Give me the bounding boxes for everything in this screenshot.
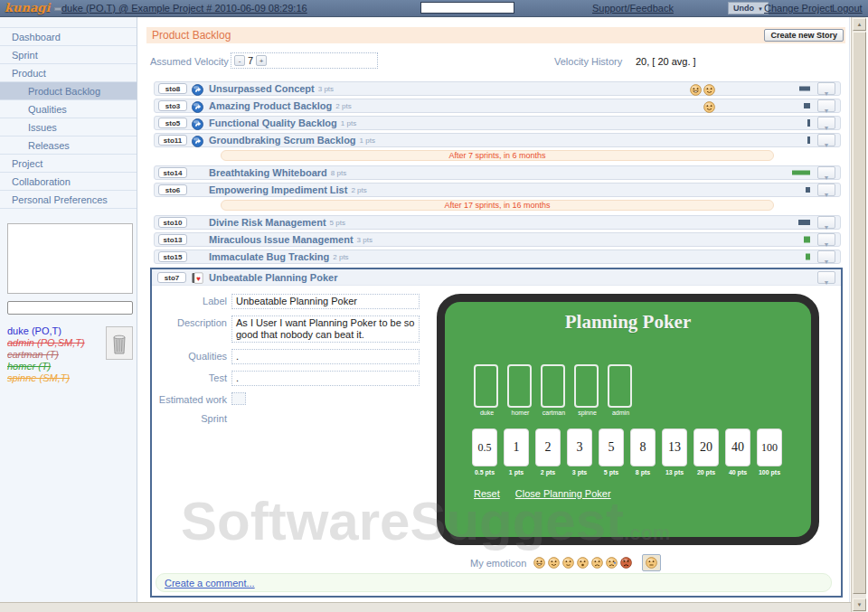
user-list-item[interactable]: homer (T)	[7, 361, 85, 372]
poker-card-13[interactable]: 13	[662, 428, 687, 466]
sidebar-item-issues[interactable]: Issues	[0, 118, 137, 137]
poker-player-card-cartman[interactable]	[541, 364, 565, 408]
emoticon-option-smile[interactable]	[548, 557, 560, 569]
support-feedback-link[interactable]: Support/Feedback	[592, 3, 674, 14]
emoticon-grin	[690, 83, 702, 95]
sidebar-search-input[interactable]	[7, 301, 133, 315]
field-description[interactable]: As I User I want Planning Poker to be so…	[231, 315, 420, 343]
story-dropdown-button[interactable]	[817, 184, 835, 196]
poker-card-100[interactable]: 100	[757, 428, 782, 466]
story-row-sto15[interactable]: sto15 Immaculate Bug Tracking 2 pts	[154, 250, 841, 264]
poker-player-name: homer	[507, 410, 533, 416]
sidebar-item-product-backlog[interactable]: Product Backlog	[0, 82, 137, 100]
story-dropdown-button[interactable]	[817, 216, 835, 229]
poker-player-card-admin[interactable]	[608, 364, 632, 408]
user-list-item[interactable]: cartman (T)	[7, 349, 85, 361]
poker-card-0-5[interactable]: 0.5	[472, 428, 497, 466]
user-list-item[interactable]: duke (PO,T)	[7, 325, 85, 337]
sidebar-item-personal-preferences[interactable]: Personal Preferences	[0, 191, 137, 209]
emoticon-option-sad[interactable]	[591, 557, 603, 569]
story-dropdown-button[interactable]	[817, 250, 835, 263]
story-dropdown-button[interactable]	[817, 117, 835, 129]
assumed-velocity-field[interactable]: - 7 +	[231, 52, 378, 69]
poker-card-points: 1 pts	[504, 469, 529, 475]
scroll-up-button[interactable]: ▲	[853, 18, 866, 31]
field-test[interactable]: .	[231, 371, 420, 386]
emoticon-option-surprised[interactable]	[577, 557, 589, 569]
poker-card-points: 13 pts	[662, 469, 687, 475]
sidebar-item-project[interactable]: Project	[0, 155, 137, 173]
poker-player-card-homer[interactable]	[507, 364, 532, 408]
poker-close-link[interactable]: Close Planning Poker	[515, 488, 611, 499]
emoticon-option-cry[interactable]	[606, 557, 618, 569]
field-estimated-work[interactable]	[231, 392, 246, 405]
sidebar-item-sprint[interactable]: Sprint	[0, 46, 137, 64]
story-row-sto11[interactable]: sto11 Groundbraking Scrum Backlog 1 pts	[154, 133, 841, 147]
poker-player-card-duke[interactable]	[474, 364, 498, 408]
story-row-sto6[interactable]: sto6 Empowering Impediment List 2 pts	[154, 183, 841, 197]
poker-card-8[interactable]: 8	[630, 428, 656, 466]
trash-button[interactable]	[106, 326, 133, 360]
poker-card-40[interactable]: 40	[725, 428, 750, 466]
story-dropdown-button[interactable]	[817, 233, 835, 246]
story-row-sto8[interactable]: sto8 Unsurpassed Concept 3 pts	[154, 81, 841, 96]
story-effort-bar	[807, 119, 810, 127]
velocity-decrease-button[interactable]: -	[234, 55, 245, 66]
user-list-item[interactable]: spinne (SM,T)	[7, 372, 85, 384]
story-row-sto14[interactable]: sto14 Breathtaking Whiteboard 8 pts	[154, 165, 841, 180]
sidebar-item-collaboration[interactable]: Collaboration	[0, 173, 137, 191]
emoticon-option-grin[interactable]	[533, 557, 545, 569]
poker-player-slot: spinne	[574, 364, 600, 416]
story-dropdown-button[interactable]	[817, 82, 835, 95]
project-context-link[interactable]: duke (PO,T) @ Example Project # 2010-06-…	[61, 3, 307, 14]
poker-player-name: cartman	[541, 410, 567, 416]
story-row-sto10[interactable]: sto10 Divine Risk Management 5 pts	[154, 215, 841, 230]
field-label[interactable]: Unbeatable Planning Poker	[231, 294, 420, 309]
change-project-link[interactable]: Change Project	[764, 3, 833, 14]
sidebar-item-dashboard[interactable]: Dashboard	[0, 28, 137, 46]
create-comment-link[interactable]: Create a comment...	[165, 578, 255, 588]
story-title: Functional Quality Backlog	[209, 118, 337, 128]
velocity-history-label: Velocity History	[554, 56, 622, 67]
field-qualities[interactable]: .	[231, 349, 420, 364]
undo-button[interactable]: Undo	[728, 2, 769, 14]
poker-reset-link[interactable]: Reset	[474, 488, 500, 499]
story-id-badge: sto5	[158, 118, 187, 128]
story-detail-dropdown-button[interactable]	[817, 271, 835, 284]
create-new-story-button[interactable]: Create new Story	[764, 29, 844, 42]
scrollbar-thumb[interactable]	[853, 32, 866, 594]
emoticon-option-devil[interactable]	[620, 557, 632, 569]
scroll-down-button[interactable]: ▼	[853, 598, 866, 611]
form-row: Qualities .	[152, 349, 432, 364]
selected-emoticon-button[interactable]	[642, 554, 661, 571]
story-dropdown-button[interactable]	[817, 134, 835, 146]
poker-value-slot: 5 5 pts	[599, 428, 624, 475]
sidebar-item-releases[interactable]: Releases	[0, 137, 137, 155]
story-dropdown-button[interactable]	[817, 166, 835, 179]
poker-card-1[interactable]: 1	[504, 428, 529, 466]
sidebar-item-product[interactable]: Product	[0, 64, 137, 82]
poker-player-card-spinne[interactable]	[574, 364, 599, 408]
velocity-history-value: 20, [ 20 avg. ]	[636, 56, 696, 67]
emoticon-option-content[interactable]	[562, 557, 574, 569]
poker-card-20[interactable]: 20	[693, 428, 719, 466]
kunagi-logo[interactable]: kunagi	[5, 1, 50, 14]
poker-card-3[interactable]: 3	[567, 428, 592, 466]
story-detail-header[interactable]: sto7 ♥ Unbeatable Planning Poker	[152, 269, 841, 286]
poker-card-5[interactable]: 5	[599, 428, 624, 466]
story-title: Groundbraking Scrum Backlog	[209, 135, 356, 146]
story-row-sto5[interactable]: sto5 Functional Quality Backlog 1 pts	[154, 116, 841, 130]
story-row-sto13[interactable]: sto13 Miraculous Issue Management 3 pts	[154, 232, 841, 247]
vertical-scrollbar[interactable]: ▲ ▼	[851, 17, 866, 612]
sidebar-item-qualities[interactable]: Qualities	[0, 100, 137, 118]
velocity-increase-button[interactable]: +	[256, 55, 267, 66]
logout-link[interactable]: Logout	[832, 3, 863, 14]
topbar-search-input[interactable]	[420, 2, 514, 14]
poker-card-2[interactable]: 2	[535, 428, 561, 466]
story-dropdown-button[interactable]	[817, 99, 835, 112]
user-list-item[interactable]: admin (PO,SM,T)	[7, 337, 85, 349]
playing-card-icon: ♥	[192, 271, 203, 283]
story-points: 5 pts	[330, 219, 345, 227]
story-row-sto3[interactable]: sto3 Amazing Product Backlog 2 pts	[154, 99, 841, 113]
story-detail-title: Unbeatable Planning Poker	[209, 272, 337, 283]
